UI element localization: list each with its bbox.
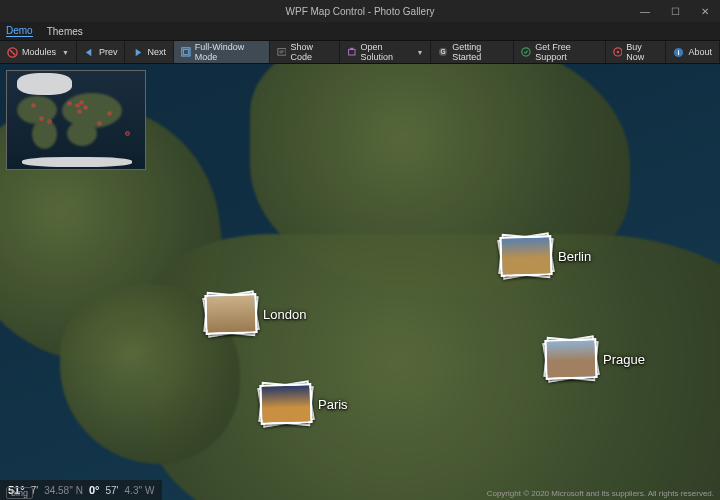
getting-started-button[interactable]: G Getting Started xyxy=(431,41,514,63)
photo-stack-berlin xyxy=(500,236,552,276)
next-icon xyxy=(132,47,143,58)
statusbar: 51° 7' 34.58'' N 0° 57' 4.3'' W bing Cop… xyxy=(0,468,720,500)
window-title: WPF Map Control - Photo Gallery xyxy=(286,6,435,17)
bing-logo: bing xyxy=(6,487,33,499)
menu-themes[interactable]: Themes xyxy=(47,26,83,37)
toolbar: Modules ▼ Prev Next Full-Window Mode Sho… xyxy=(0,40,720,64)
svg-rect-8 xyxy=(350,48,353,50)
overview-minimap[interactable] xyxy=(6,70,146,170)
window-controls: — ☐ ✕ xyxy=(630,0,720,22)
code-icon xyxy=(277,47,287,58)
close-button[interactable]: ✕ xyxy=(690,0,720,22)
next-button[interactable]: Next xyxy=(125,41,174,63)
pin-label-paris: Paris xyxy=(318,397,348,412)
svg-rect-5 xyxy=(183,50,188,55)
svg-text:i: i xyxy=(678,48,680,57)
info-icon: i xyxy=(673,47,684,58)
pin-label-london: London xyxy=(263,307,306,322)
svg-point-13 xyxy=(616,51,618,53)
buy-icon xyxy=(613,47,623,58)
svg-marker-3 xyxy=(136,48,142,55)
pin-label-berlin: Berlin xyxy=(558,249,591,264)
modules-label: Modules xyxy=(22,47,56,57)
svg-text:G: G xyxy=(441,48,446,55)
chevron-down-icon: ▼ xyxy=(62,49,69,56)
lon-deg: 0° xyxy=(89,484,100,496)
open-solution-label: Open Solution xyxy=(361,42,411,62)
about-label: About xyxy=(688,47,712,57)
pin-label-prague: Prague xyxy=(603,352,645,367)
solution-icon xyxy=(347,47,357,58)
menubar: Demo Themes xyxy=(0,22,720,40)
support-icon xyxy=(521,47,531,58)
map-canvas[interactable]: London Paris Berlin Prague xyxy=(0,64,720,500)
pin-paris[interactable]: Paris xyxy=(260,384,348,424)
full-window-label: Full-Window Mode xyxy=(195,42,262,62)
fullscreen-icon xyxy=(181,47,191,58)
app-window: WPF Map Control - Photo Gallery — ☐ ✕ De… xyxy=(0,0,720,500)
next-label: Next xyxy=(147,47,166,57)
photo-stack-prague xyxy=(545,339,597,379)
open-solution-button[interactable]: Open Solution ▼ xyxy=(340,41,431,63)
prev-icon xyxy=(84,47,95,58)
show-code-button[interactable]: Show Code xyxy=(270,41,340,63)
free-support-button[interactable]: Get Free Support xyxy=(514,41,605,63)
prev-label: Prev xyxy=(99,47,118,57)
buy-now-label: Buy Now xyxy=(626,42,658,62)
about-button[interactable]: i About xyxy=(666,41,720,63)
free-support-label: Get Free Support xyxy=(535,42,597,62)
svg-line-1 xyxy=(10,49,16,55)
minimize-button[interactable]: — xyxy=(630,0,660,22)
lon-min: 57' xyxy=(106,485,119,496)
svg-rect-6 xyxy=(277,49,285,56)
maximize-button[interactable]: ☐ xyxy=(660,0,690,22)
pin-london[interactable]: London xyxy=(205,294,306,334)
prev-button[interactable]: Prev xyxy=(77,41,126,63)
photo-stack-london xyxy=(205,294,257,334)
chevron-down-icon: ▼ xyxy=(417,49,424,56)
buy-now-button[interactable]: Buy Now xyxy=(606,41,667,63)
full-window-mode-button[interactable]: Full-Window Mode xyxy=(174,41,270,63)
copyright-text: Copyright © 2020 Microsoft and its suppl… xyxy=(481,487,720,500)
show-code-label: Show Code xyxy=(290,42,332,62)
lon-sec: 4.3'' W xyxy=(125,485,155,496)
svg-rect-7 xyxy=(349,50,355,56)
menu-demo[interactable]: Demo xyxy=(6,25,33,37)
pin-prague[interactable]: Prague xyxy=(545,339,645,379)
lat-sec: 34.58'' N xyxy=(44,485,83,496)
pin-berlin[interactable]: Berlin xyxy=(500,236,591,276)
photo-stack-paris xyxy=(260,384,312,424)
modules-button[interactable]: Modules ▼ xyxy=(0,41,77,63)
modules-icon xyxy=(7,47,18,58)
titlebar: WPF Map Control - Photo Gallery — ☐ ✕ xyxy=(0,0,720,22)
getting-started-label: Getting Started xyxy=(452,42,506,62)
svg-marker-2 xyxy=(86,48,92,55)
getting-started-icon: G xyxy=(438,47,448,58)
